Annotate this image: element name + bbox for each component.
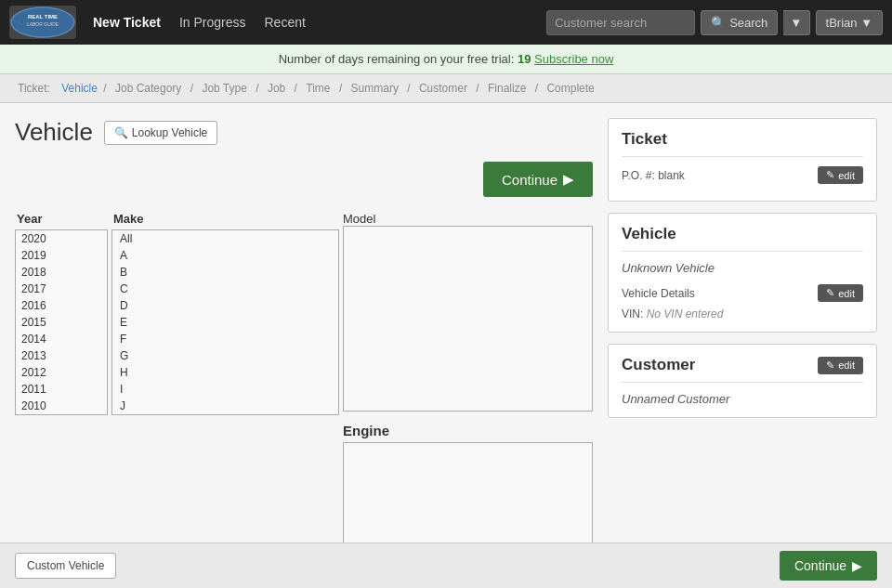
make-list-item[interactable]: E bbox=[112, 314, 338, 331]
search-dropdown-button[interactable]: ▼ bbox=[783, 10, 809, 35]
navbar-right: 🔍 Search ▼ tBrian ▼ bbox=[546, 10, 883, 35]
breadcrumb-job: Job bbox=[268, 82, 285, 95]
vehicle-name: Unknown Vehicle bbox=[622, 261, 863, 275]
continue-row-top: Continue ▶ bbox=[15, 162, 593, 197]
breadcrumb-complete: Complete bbox=[546, 82, 594, 95]
lookup-vehicle-button[interactable]: 🔍 Lookup Vehicle bbox=[104, 121, 217, 145]
make-list[interactable]: AllABCDEFGHIJKLMNOPQRSTUVWXYZ bbox=[112, 229, 339, 415]
year-list-item[interactable]: 2012 bbox=[16, 364, 107, 381]
year-list-item[interactable]: 2015 bbox=[16, 314, 107, 331]
breadcrumb-time: Time bbox=[306, 82, 330, 95]
customer-edit-button[interactable]: ✎ edit bbox=[818, 357, 863, 374]
breadcrumb-finalize: Finalize bbox=[488, 82, 526, 95]
make-list-item[interactable]: C bbox=[112, 281, 338, 297]
customer-name: Unnamed Customer bbox=[622, 392, 863, 406]
ticket-card: Ticket P.O. #: blank ✎ edit bbox=[608, 118, 877, 202]
vehicle-details-row: Vehicle Details ✎ edit bbox=[622, 284, 863, 302]
trial-banner: Number of days remaining on your free tr… bbox=[0, 45, 892, 74]
make-list-item[interactable]: F bbox=[112, 331, 338, 347]
customer-search-input[interactable] bbox=[546, 10, 695, 35]
svg-text:REAL TIME: REAL TIME bbox=[28, 14, 58, 20]
ticket-po-row: P.O. #: blank ✎ edit bbox=[622, 166, 863, 184]
year-list-item[interactable]: 2017 bbox=[16, 281, 107, 297]
nav-recent[interactable]: Recent bbox=[262, 11, 307, 33]
ticket-edit-button[interactable]: ✎ edit bbox=[818, 166, 863, 184]
year-list-item[interactable]: 2009 bbox=[16, 414, 107, 415]
year-list-item[interactable]: 2020 bbox=[16, 230, 107, 247]
breadcrumb-customer: Customer bbox=[419, 82, 467, 95]
breadcrumb-summary: Summary bbox=[351, 82, 399, 95]
breadcrumb-job-type: Job Type bbox=[202, 82, 246, 95]
left-panel: Vehicle 🔍 Lookup Vehicle Continue ▶ Year… bbox=[15, 118, 593, 587]
model-list[interactable] bbox=[343, 226, 593, 412]
make-list-item[interactable]: D bbox=[112, 297, 338, 314]
bottom-bar: Custom Vehicle Continue ▶ bbox=[0, 542, 892, 588]
customer-header-row: Customer ✎ edit bbox=[622, 356, 863, 374]
model-header: Model bbox=[343, 212, 593, 226]
make-list-item[interactable]: H bbox=[112, 364, 338, 381]
make-list-item[interactable]: B bbox=[112, 264, 338, 281]
vin-value: No VIN entered bbox=[647, 307, 724, 320]
make-list-item[interactable]: K bbox=[112, 414, 338, 415]
breadcrumb: Ticket: Vehicle / Job Category / Job Typ… bbox=[0, 74, 892, 103]
vehicle-card-title: Vehicle bbox=[622, 225, 863, 252]
model-engine-col: Model Engine bbox=[343, 212, 593, 572]
year-list-item[interactable]: 2019 bbox=[16, 247, 107, 264]
right-panel: Ticket P.O. #: blank ✎ edit Vehicle Unkn… bbox=[608, 118, 877, 429]
app-logo: REAL TIME LABOR GUIDE bbox=[9, 6, 76, 39]
year-selector: Year 20202019201820172016201520142013201… bbox=[15, 212, 108, 572]
edit-icon: ✎ bbox=[826, 169, 834, 181]
vehicle-details-label: Vehicle Details bbox=[622, 287, 695, 300]
page-title-row: Vehicle 🔍 Lookup Vehicle bbox=[15, 118, 593, 147]
make-header: Make bbox=[112, 212, 339, 226]
vehicle-edit-button[interactable]: ✎ edit bbox=[818, 284, 863, 302]
subscribe-link[interactable]: Subscribe now bbox=[534, 52, 613, 66]
edit-icon: ✎ bbox=[826, 359, 834, 372]
customer-card-title: Customer bbox=[622, 356, 695, 374]
engine-header: Engine bbox=[343, 423, 593, 438]
year-header: Year bbox=[15, 212, 108, 226]
main-content: Vehicle 🔍 Lookup Vehicle Continue ▶ Year… bbox=[0, 103, 892, 588]
make-selector: Make AllABCDEFGHIJKLMNOPQRSTUVWXYZ bbox=[112, 212, 339, 572]
year-list-item[interactable]: 2013 bbox=[16, 347, 107, 364]
year-list-item[interactable]: 2014 bbox=[16, 331, 107, 347]
make-list-item[interactable]: A bbox=[112, 247, 338, 264]
year-list[interactable]: 2020201920182017201620152014201320122011… bbox=[15, 229, 108, 415]
nav-new-ticket[interactable]: New Ticket bbox=[91, 11, 163, 33]
svg-text:LABOR GUIDE: LABOR GUIDE bbox=[27, 21, 59, 27]
po-label: P.O. #: blank bbox=[622, 169, 685, 182]
make-list-item[interactable]: J bbox=[112, 398, 338, 414]
search-icon: 🔍 bbox=[711, 16, 726, 30]
breadcrumb-job-category: Job Category bbox=[115, 82, 181, 95]
navbar: REAL TIME LABOR GUIDE New Ticket In Prog… bbox=[0, 0, 892, 45]
ticket-card-title: Ticket bbox=[622, 130, 863, 157]
customer-card: Customer ✎ edit Unnamed Customer bbox=[608, 344, 877, 418]
year-list-item[interactable]: 2010 bbox=[16, 398, 107, 414]
make-list-item[interactable]: G bbox=[112, 347, 338, 364]
year-list-item[interactable]: 2016 bbox=[16, 297, 107, 314]
make-list-item[interactable]: All bbox=[112, 230, 338, 247]
trial-days: 19 bbox=[518, 52, 531, 66]
custom-vehicle-button[interactable]: Custom Vehicle bbox=[15, 553, 116, 579]
continue-button-top[interactable]: Continue ▶ bbox=[483, 162, 593, 197]
search-button[interactable]: 🔍 Search bbox=[701, 10, 778, 35]
year-list-item[interactable]: 2018 bbox=[16, 264, 107, 281]
year-list-item[interactable]: 2011 bbox=[16, 381, 107, 398]
continue-button-bottom[interactable]: Continue ▶ bbox=[780, 551, 877, 581]
user-menu-button[interactable]: tBrian ▼ bbox=[816, 10, 883, 35]
nav-in-progress[interactable]: In Progress bbox=[177, 11, 248, 33]
vin-row: VIN: No VIN entered bbox=[622, 307, 863, 320]
vehicle-card: Vehicle Unknown Vehicle Vehicle Details … bbox=[608, 213, 877, 333]
make-list-item[interactable]: I bbox=[112, 381, 338, 398]
page-title: Vehicle bbox=[15, 118, 93, 147]
edit-icon: ✎ bbox=[826, 287, 834, 299]
breadcrumb-vehicle[interactable]: Vehicle bbox=[61, 82, 98, 95]
vehicle-selectors: Year 20202019201820172016201520142013201… bbox=[15, 212, 593, 572]
search-icon: 🔍 bbox=[114, 126, 128, 139]
